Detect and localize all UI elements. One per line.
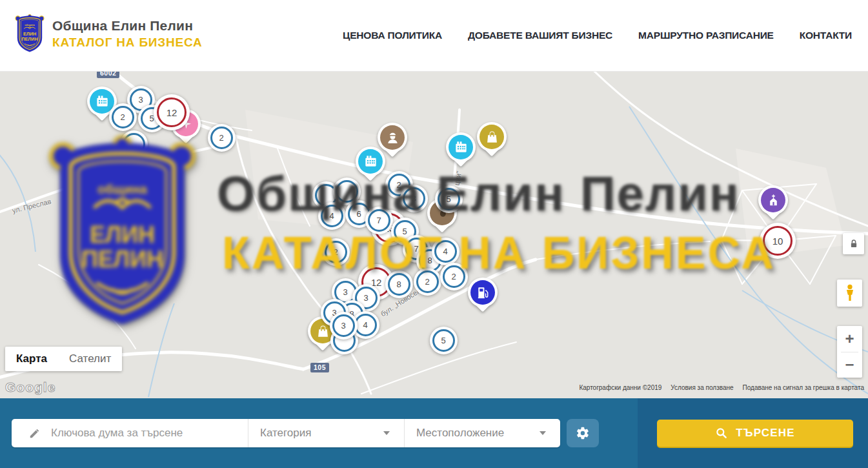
gear-icon [576,426,590,440]
map-cluster-marker[interactable]: 7 [365,207,393,234]
lock-button[interactable] [843,233,864,254]
cluster-count: 2 [396,180,401,190]
map-pin-church[interactable] [758,185,788,223]
bag-icon [485,130,500,145]
map-cluster-marker[interactable]: 2 [414,268,441,296]
cluster-count: 2 [451,272,456,281]
cluster-count: 2 [333,247,338,257]
cluster-count: 2 [120,112,125,122]
cluster-count: 4 [329,211,334,221]
nav-item-pricing[interactable]: ЦЕНОВА ПОЛИТИКА [343,30,442,41]
brand-text: Община Елин Пелин КАТАЛОГ НА БИЗНЕСА [52,18,203,50]
map-canvas[interactable]: ул. Преславбул. „Новоселции"6002105 [0,71,868,398]
map-type-control: Карта Сателит [5,347,122,371]
factory-icon [454,140,469,155]
cluster-count: 3 [138,95,143,105]
zoom-control: + − [837,326,862,378]
nav-item-contacts[interactable]: КОНТАКТИ [800,30,852,41]
cluster-count: 3 [411,194,416,203]
fuel-icon [476,285,490,300]
search-button-label: ТЪРСЕНЕ [736,427,795,440]
site-header: община ЕЛИН ПЕЛИН Община Елин Пелин КАТА… [0,0,868,72]
map-cluster-marker[interactable]: 5 [430,327,458,354]
map-cluster-marker[interactable]: 3 [330,312,358,340]
map-pin-factory[interactable] [446,132,476,170]
keyword-field [12,419,248,447]
cluster-count: 12 [167,107,177,118]
attribution-link[interactable]: Условия за ползване [671,384,733,391]
attribution-link[interactable]: Подаване на сигнал за грешка в картата [743,384,864,391]
cluster-count: 5 [441,336,445,345]
map-pin-fuel[interactable] [468,278,498,315]
cluster-count: 8 [396,280,401,289]
zoom-out-button[interactable]: − [837,352,862,378]
location-select[interactable]: Местоположение [404,419,560,447]
search-button[interactable]: ТЪРСЕНЕ [657,420,853,447]
brand[interactable]: община ЕЛИН ПЕЛИН Община Елин Пелин КАТА… [14,14,203,53]
map-cluster-marker[interactable]: 4 [432,238,459,265]
map-cluster-marker[interactable]: 8 [385,270,413,298]
nav-item-transport-schedule[interactable]: МАРШРУТНО РАЗПИСАНИЕ [638,30,774,41]
cluster-count: 3 [363,293,368,303]
map-attribution: Картографски данни ©2019Условия за ползв… [579,384,864,391]
cluster-count: 2 [425,277,429,287]
worker-icon [385,130,400,145]
factory-icon [95,94,110,109]
nav-item-add-business[interactable]: ДОБАВЕТЕ ВАШИЯТ БИЗНЕС [468,30,612,41]
municipality-crest-logo: община ЕЛИН ПЕЛИН [14,14,45,53]
map-pin-bag[interactable] [477,122,507,159]
keyword-input[interactable] [50,426,197,440]
cluster-count: 5 [446,194,450,204]
map-cluster-marker[interactable]: 5 [435,185,463,213]
zoom-in-button[interactable]: + [837,326,862,352]
site-title: Община Елин Пелин [52,18,203,34]
search-fields-group: Категория Местоположение [12,419,560,447]
search-button-panel: ТЪРСЕНЕ [638,398,868,468]
main-nav: ЦЕНОВА ПОЛИТИКАДОБАВЕТЕ ВАШИЯТ БИЗНЕСМАР… [343,0,852,71]
cluster-count: 2 [219,133,223,143]
map-view-button[interactable]: Карта [5,347,58,371]
cluster-count: 7 [414,244,418,254]
map-cluster-marker[interactable]: 2 [208,124,236,152]
map-cluster-marker[interactable]: 2 [440,263,468,290]
cluster-count: 3 [343,287,347,297]
pegman-icon [843,283,857,303]
svg-text:ПЕЛИН: ПЕЛИН [21,36,37,42]
search-icon [715,427,728,440]
cluster-count: 7 [376,216,381,225]
chevron-down-icon [383,431,390,435]
lock-icon [848,238,860,250]
map-cluster-marker[interactable]: 2 [322,238,350,266]
cluster-count: 4 [443,247,447,256]
site-subtitle: КАТАЛОГ НА БИЗНЕСА [52,36,203,50]
map-cluster-marker[interactable]: 3 [400,185,428,212]
category-select-label: Категория [260,427,311,440]
map-cluster-marker[interactable]: 10 [760,223,796,259]
church-icon [766,193,781,208]
map-cluster-marker[interactable]: 12 [154,94,190,130]
search-bar: ТЪРСЕНЕ Категория Местоположение [0,398,868,468]
category-select[interactable]: Категория [248,419,404,447]
road-number-badge: 105 [310,363,329,372]
advanced-search-button[interactable] [567,419,599,447]
cluster-count: 10 [772,236,783,247]
google-logo[interactable]: Google [5,380,56,395]
bag-icon [316,324,330,339]
svg-text:община: община [25,23,35,26]
chevron-down-icon [540,431,546,435]
attribution-text: Картографски данни ©2019 [579,384,661,391]
map-cluster-marker[interactable]: 4 [318,202,346,230]
cluster-count: 8 [427,256,432,265]
factory-icon [363,154,378,169]
cluster-count: 5 [402,227,407,236]
cluster-count: 6 [356,209,361,219]
map-cluster-marker[interactable]: 2 [109,103,137,131]
map-pin-factory[interactable] [356,147,385,184]
map-cluster-marker[interactable] [120,130,148,158]
location-select-label: Местоположение [416,427,504,440]
road-number-badge: 6002 [97,71,119,78]
satellite-view-button[interactable]: Сателит [58,347,122,371]
cluster-count: 4 [363,320,367,330]
pencil-icon [28,427,41,440]
pegman-control[interactable] [837,280,862,307]
